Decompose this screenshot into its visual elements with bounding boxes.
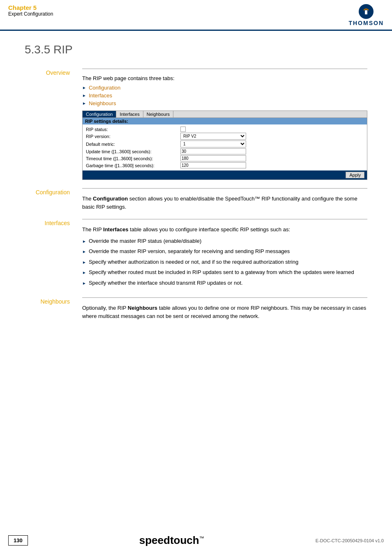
page-header: Chapter 5 Expert Configuration THOMSON: [0, 0, 392, 31]
logo-icon: [359, 4, 374, 19]
main-content: 5.3.5 RIP Overview The RIP web page cont…: [0, 31, 392, 336]
arrow-icon: ►: [82, 259, 86, 265]
rip-version-value: RIP V2 RIP V1: [180, 133, 246, 140]
widget-tab-neighbours[interactable]: Neighbours: [143, 111, 173, 117]
interfaces-label: Interfaces: [25, 219, 70, 289]
widget-tab-interfaces[interactable]: Interfaces: [116, 111, 143, 117]
overview-intro: The RIP web page contains three tabs:: [82, 75, 367, 81]
timeout-time-input[interactable]: [180, 155, 246, 161]
interfaces-item-2: Override the master RIP version, separat…: [89, 247, 290, 256]
default-metric-label: Default metric:: [86, 142, 180, 147]
chapter-label: Chapter 5: [8, 4, 53, 11]
arrow-icon: ►: [82, 249, 86, 255]
list-item: ► Specify whether the interface should t…: [82, 279, 367, 287]
interfaces-content: The RIP Interfaces table allows you to c…: [82, 219, 367, 289]
logo-tm: ™: [199, 535, 204, 541]
update-time-value: [180, 148, 246, 154]
neighbours-label: Neighbours: [25, 297, 70, 320]
rip-status-checkbox[interactable]: [180, 127, 186, 132]
page-title: 5.3.5 RIP: [25, 43, 367, 56]
neighbours-text: Optionally, the RIP Neighbours table all…: [82, 304, 367, 320]
rip-version-select[interactable]: RIP V2 RIP V1: [180, 133, 246, 140]
widget-row-update-time: Update time ([1..3600] seconds):: [83, 148, 367, 155]
widget-row-rip-status: RIP status:: [83, 126, 367, 132]
tab-link-interfaces[interactable]: Interfaces: [89, 92, 112, 99]
overview-label: Overview: [25, 69, 70, 180]
neighbours-divider: [82, 297, 367, 298]
interfaces-list: ► Override the master RIP status (enable…: [82, 237, 367, 287]
tab-link-neighbours[interactable]: Neighbours: [89, 100, 116, 106]
timeout-time-label: Timeout time ([1..3600] seconds):: [86, 156, 180, 161]
widget-row-default-metric: Default metric: 1 2: [83, 140, 367, 148]
neighbours-content: Optionally, the RIP Neighbours table all…: [82, 297, 367, 320]
configuration-label: Configuration: [25, 188, 70, 211]
configuration-text: The Configuration section allows you to …: [82, 195, 367, 211]
update-time-label: Update time ([1..3600] seconds):: [86, 149, 180, 154]
overview-section: Overview The RIP web page contains three…: [25, 69, 367, 180]
overview-content: The RIP web page contains three tabs: ► …: [82, 69, 367, 180]
footer-logo: speedtouch™: [139, 534, 204, 547]
interfaces-item-5: Specify whether the interface should tra…: [89, 279, 243, 287]
list-item: ► Configuration: [82, 85, 367, 91]
thomson-logo: THOMSON: [348, 4, 384, 26]
default-metric-value: 1 2: [180, 140, 246, 147]
interfaces-item-3: Specify whether authorization is needed …: [89, 258, 298, 266]
list-item: ► Override the master RIP version, separ…: [82, 247, 367, 256]
garbage-time-label: Garbage time ([1..3600] seconds):: [86, 163, 180, 168]
overview-divider: [82, 69, 367, 69]
configuration-bold: Configuration: [93, 196, 128, 202]
footer-version: E-DOC-CTC-20050429-0104 v1.0: [316, 538, 384, 543]
widget-row-rip-version: RIP version: RIP V2 RIP V1: [83, 132, 367, 140]
widget-body: RIP status: RIP version: RIP V2 RIP V1: [83, 124, 367, 170]
list-item: ► Interfaces: [82, 92, 367, 99]
interfaces-item-1: Override the master RIP status (enable/d…: [89, 237, 201, 245]
interfaces-intro: The RIP Interfaces table allows you to c…: [82, 226, 367, 234]
arrow-icon: ►: [82, 85, 86, 90]
widget-row-timeout-time: Timeout time ([1..3600] seconds):: [83, 155, 367, 162]
chapter-subtitle: Expert Configuration: [8, 11, 53, 17]
logo-text: THOMSON: [348, 20, 384, 26]
neighbours-section: Neighbours Optionally, the RIP Neighbour…: [25, 297, 367, 320]
widget-tab-configuration[interactable]: Configuration: [83, 111, 116, 117]
interfaces-section: Interfaces The RIP Interfaces table allo…: [25, 219, 367, 289]
arrow-icon: ►: [82, 93, 86, 98]
logo-bold: touch: [170, 534, 199, 546]
list-item: ► Override the master RIP status (enable…: [82, 237, 367, 245]
arrow-icon: ►: [82, 269, 86, 276]
tab-link-configuration[interactable]: Configuration: [89, 85, 120, 91]
arrow-icon: ►: [82, 101, 86, 106]
configuration-divider: [82, 188, 367, 189]
list-item: ► Specify whether routed must be include…: [82, 268, 367, 276]
arrow-icon: ►: [82, 280, 86, 286]
header-left: Chapter 5 Expert Configuration: [8, 4, 53, 17]
widget-section-header: RIP settings details:: [83, 118, 367, 124]
overview-list: ► Configuration ► Interfaces ► Neighbour…: [82, 85, 367, 106]
logo-plain: speed: [139, 534, 170, 546]
arrow-icon: ►: [82, 238, 86, 244]
header-right: THOMSON: [348, 4, 384, 26]
timeout-time-value: [180, 155, 246, 161]
configuration-section: Configuration The Configuration section …: [25, 188, 367, 211]
update-time-input[interactable]: [180, 148, 246, 154]
rip-status-value: [180, 127, 186, 132]
default-metric-select[interactable]: 1 2: [180, 140, 246, 147]
interfaces-bold: Interfaces: [103, 226, 128, 233]
widget-footer: Apply: [83, 170, 367, 180]
neighbours-bold: Neighbours: [128, 305, 157, 311]
widget-row-garbage-time: Garbage time ([1..3600] seconds):: [83, 162, 367, 169]
list-item: ► Neighbours: [82, 100, 367, 106]
page-footer: 130 speedtouch™ E-DOC-CTC-20050429-0104 …: [0, 534, 392, 547]
interfaces-divider: [82, 219, 367, 219]
list-item: ► Specify whether authorization is neede…: [82, 258, 367, 266]
configuration-content: The Configuration section allows you to …: [82, 188, 367, 211]
page-number: 130: [8, 535, 28, 546]
svg-rect-1: [365, 10, 367, 14]
garbage-time-value: [180, 162, 246, 168]
rip-widget: Configuration Interfaces Neighbours RIP …: [82, 111, 367, 180]
garbage-time-input[interactable]: [180, 162, 246, 168]
apply-button[interactable]: Apply: [346, 172, 364, 178]
interfaces-item-4: Specify whether routed must be included …: [89, 268, 354, 276]
rip-status-label: RIP status:: [86, 127, 180, 132]
widget-tabs: Configuration Interfaces Neighbours: [83, 111, 367, 118]
rip-version-label: RIP version:: [86, 134, 180, 139]
